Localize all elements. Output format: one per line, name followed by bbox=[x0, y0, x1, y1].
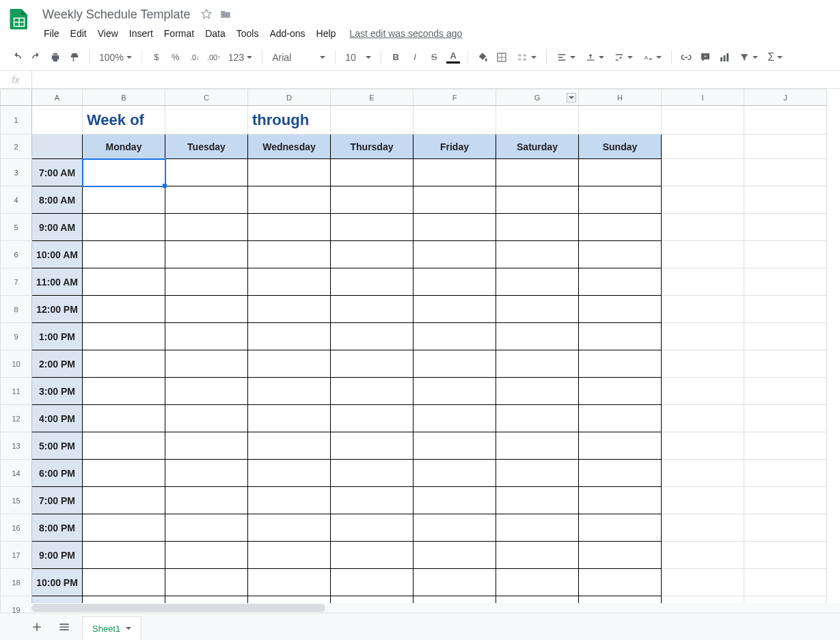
time-label[interactable]: 8:00 AM bbox=[32, 186, 83, 214]
document-title[interactable]: Weekly Schedule Template bbox=[38, 6, 194, 23]
cell[interactable] bbox=[662, 378, 744, 405]
menu-tools[interactable]: Tools bbox=[231, 25, 265, 42]
row-header-14[interactable]: 14 bbox=[1, 460, 32, 487]
time-label[interactable]: 4:00 PM bbox=[32, 405, 83, 432]
cell[interactable] bbox=[662, 214, 744, 241]
schedule-cell[interactable] bbox=[248, 323, 331, 350]
schedule-cell[interactable] bbox=[248, 296, 331, 323]
time-label[interactable]: 3:00 PM bbox=[32, 378, 83, 405]
row-header-17[interactable]: 17 bbox=[1, 542, 32, 569]
time-label[interactable]: 12:00 PM bbox=[32, 296, 83, 323]
italic-button[interactable]: I bbox=[406, 48, 424, 66]
schedule-cell[interactable] bbox=[248, 214, 331, 241]
spreadsheet-grid[interactable]: ABCDEFGHIJ1Week ofthrough2MondayTuesdayW… bbox=[0, 89, 840, 613]
cell[interactable] bbox=[662, 569, 744, 596]
schedule-cell[interactable] bbox=[414, 514, 496, 542]
schedule-cell[interactable] bbox=[579, 241, 662, 268]
cell[interactable] bbox=[579, 106, 662, 135]
schedule-cell[interactable] bbox=[165, 405, 248, 432]
column-header-C[interactable]: C bbox=[165, 89, 248, 106]
time-label[interactable]: 7:00 AM bbox=[32, 159, 83, 186]
schedule-cell[interactable] bbox=[414, 268, 496, 296]
day-header[interactable]: Saturday bbox=[496, 135, 579, 159]
schedule-cell[interactable] bbox=[496, 214, 579, 241]
schedule-cell[interactable] bbox=[496, 542, 579, 569]
schedule-cell[interactable] bbox=[165, 569, 248, 596]
schedule-cell[interactable] bbox=[579, 569, 662, 596]
time-label[interactable]: 5:00 PM bbox=[32, 432, 83, 460]
cell[interactable] bbox=[662, 106, 744, 135]
schedule-cell[interactable] bbox=[414, 569, 496, 596]
menu-view[interactable]: View bbox=[92, 25, 124, 42]
column-header-D[interactable]: D bbox=[248, 89, 331, 106]
schedule-cell[interactable] bbox=[414, 186, 496, 214]
schedule-cell[interactable] bbox=[579, 214, 662, 241]
last-edit-link[interactable]: Last edit was seconds ago bbox=[349, 28, 462, 39]
row-header-6[interactable]: 6 bbox=[1, 241, 32, 268]
menu-data[interactable]: Data bbox=[200, 25, 231, 42]
column-dropdown-icon[interactable] bbox=[567, 93, 576, 102]
cell[interactable] bbox=[662, 542, 744, 569]
schedule-cell[interactable] bbox=[248, 350, 331, 378]
schedule-cell[interactable] bbox=[331, 296, 414, 323]
schedule-cell[interactable] bbox=[496, 405, 579, 432]
fill-color-button[interactable] bbox=[474, 48, 491, 66]
schedule-cell[interactable] bbox=[579, 460, 662, 487]
column-header-E[interactable]: E bbox=[331, 89, 414, 106]
schedule-cell[interactable] bbox=[248, 378, 331, 405]
schedule-cell[interactable] bbox=[579, 378, 662, 405]
schedule-cell[interactable] bbox=[496, 514, 579, 542]
sheet-tab-menu-icon[interactable] bbox=[126, 627, 131, 630]
horizontal-scrollbar[interactable] bbox=[31, 603, 840, 613]
row-header-10[interactable]: 10 bbox=[1, 350, 32, 378]
schedule-cell[interactable] bbox=[331, 460, 414, 487]
strikethrough-button[interactable]: S bbox=[425, 48, 443, 66]
schedule-cell[interactable] bbox=[83, 214, 165, 241]
schedule-cell[interactable] bbox=[83, 432, 165, 460]
schedule-cell[interactable] bbox=[414, 432, 496, 460]
paint-format-button[interactable] bbox=[66, 48, 83, 66]
cell[interactable] bbox=[744, 569, 827, 596]
schedule-cell[interactable] bbox=[331, 268, 414, 296]
number-format-dropdown[interactable]: 123 bbox=[224, 48, 256, 66]
font-size-dropdown[interactable]: 10 bbox=[341, 48, 375, 66]
schedule-cell[interactable] bbox=[496, 487, 579, 514]
insert-comment-button[interactable]: + bbox=[696, 48, 714, 66]
sheet-tab[interactable]: Sheet1 bbox=[82, 616, 141, 641]
schedule-cell[interactable] bbox=[83, 514, 165, 542]
undo-button[interactable] bbox=[8, 48, 26, 66]
zoom-dropdown[interactable]: 100% bbox=[95, 48, 136, 66]
row-header-5[interactable]: 5 bbox=[1, 214, 32, 241]
schedule-cell[interactable] bbox=[83, 405, 165, 432]
schedule-cell[interactable] bbox=[414, 405, 496, 432]
schedule-cell[interactable] bbox=[579, 323, 662, 350]
schedule-cell[interactable] bbox=[248, 432, 331, 460]
schedule-cell[interactable] bbox=[579, 487, 662, 514]
row-header-1[interactable]: 1 bbox=[1, 106, 32, 135]
menu-insert[interactable]: Insert bbox=[124, 25, 159, 42]
column-header-G[interactable]: G bbox=[496, 89, 579, 106]
increase-decimal-button[interactable]: .00↑ bbox=[205, 48, 223, 66]
decrease-decimal-button[interactable]: .0↓ bbox=[186, 48, 204, 66]
cell[interactable] bbox=[744, 405, 827, 432]
schedule-cell[interactable] bbox=[331, 542, 414, 569]
day-header[interactable]: Thursday bbox=[331, 135, 414, 159]
week-of-label[interactable]: Week of bbox=[83, 106, 165, 135]
format-percent-button[interactable]: % bbox=[167, 48, 185, 66]
column-header-H[interactable]: H bbox=[579, 89, 662, 106]
schedule-cell[interactable] bbox=[248, 268, 331, 296]
schedule-cell[interactable] bbox=[83, 296, 165, 323]
text-color-button[interactable]: A bbox=[444, 48, 462, 66]
schedule-cell[interactable] bbox=[83, 569, 165, 596]
time-label[interactable]: 2:00 PM bbox=[32, 350, 83, 378]
schedule-cell[interactable] bbox=[165, 159, 248, 186]
schedule-cell[interactable] bbox=[331, 214, 414, 241]
column-header-B[interactable]: B bbox=[83, 89, 165, 106]
cell[interactable] bbox=[744, 159, 827, 186]
menu-edit[interactable]: Edit bbox=[65, 25, 92, 42]
text-wrap-button[interactable] bbox=[610, 48, 637, 66]
schedule-cell[interactable] bbox=[331, 186, 414, 214]
schedule-cell[interactable] bbox=[83, 241, 165, 268]
time-label[interactable]: 8:00 PM bbox=[32, 514, 83, 542]
schedule-cell[interactable] bbox=[414, 487, 496, 514]
